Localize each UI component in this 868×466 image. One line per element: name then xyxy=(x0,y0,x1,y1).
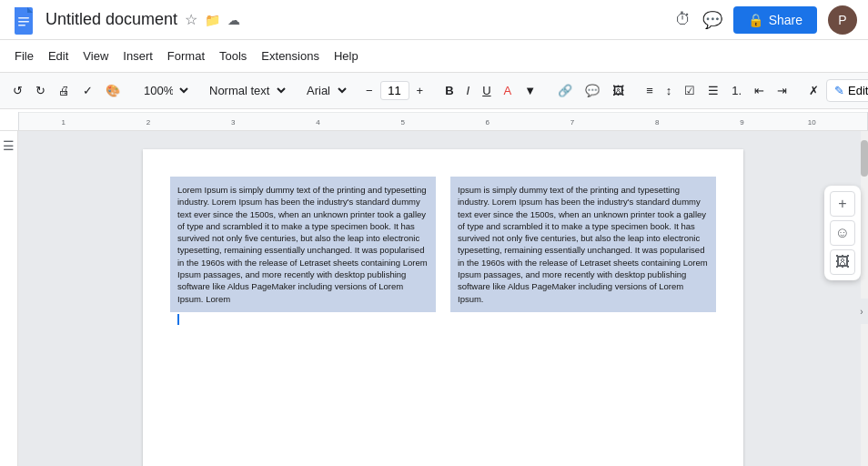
underline-button[interactable]: U xyxy=(477,80,496,101)
ruler-inner: 1 2 3 4 5 6 7 8 9 10 xyxy=(18,112,868,130)
ruler: 1 2 3 4 5 6 7 8 9 10 xyxy=(0,109,868,131)
doc-title-area: Untitled document ☆ 📁 ☁ xyxy=(45,10,675,29)
print-button[interactable]: 🖨 xyxy=(53,80,76,101)
svg-text:8: 8 xyxy=(655,118,660,127)
svg-rect-2 xyxy=(18,17,29,19)
spellcheck-button[interactable]: ✓ xyxy=(77,80,98,101)
cloud-icon[interactable]: ☁ xyxy=(227,13,240,27)
svg-rect-4 xyxy=(18,25,25,26)
font-size-input[interactable] xyxy=(380,81,409,100)
font-select[interactable]: Arial xyxy=(299,79,349,102)
indent-decrease-button[interactable]: ⇤ xyxy=(749,80,770,101)
scroll-area[interactable]: Lorem Ipsum is simply dummy text of the … xyxy=(18,131,868,466)
line-spacing-button[interactable]: ↕ xyxy=(661,80,678,101)
decrease-font-button[interactable]: − xyxy=(360,80,378,101)
pencil-icon: ✎ xyxy=(834,84,844,97)
doc-title[interactable]: Untitled document xyxy=(45,10,177,29)
right-collapse-button[interactable]: › xyxy=(855,299,868,324)
redo-button[interactable]: ↻ xyxy=(30,80,51,101)
title-bar-right: ⏱ 💬 🔒 Share P xyxy=(675,5,857,35)
menu-format[interactable]: Format xyxy=(160,46,212,66)
outline-icon[interactable]: ☰ xyxy=(3,138,15,153)
menu-extensions[interactable]: Extensions xyxy=(254,46,327,66)
menu-insert[interactable]: Insert xyxy=(116,46,160,66)
svg-text:5: 5 xyxy=(400,118,405,127)
style-select[interactable]: Normal text xyxy=(202,79,288,102)
menu-bar: File Edit View Insert Format Tools Exten… xyxy=(0,40,868,73)
svg-text:10: 10 xyxy=(808,118,816,127)
main-area: ☰ Lorem Ipsum is simply dummy text of th… xyxy=(0,131,868,466)
zoom-select[interactable]: 100% xyxy=(136,79,191,102)
emoji-float-button[interactable]: ☺ xyxy=(830,220,855,246)
comment-icon[interactable]: 💬 xyxy=(702,10,722,30)
image-button[interactable]: 🖼 xyxy=(607,80,630,101)
highlight-button[interactable]: ▼ xyxy=(519,80,541,101)
editing-label: Editing xyxy=(848,84,868,97)
indent-increase-button[interactable]: ⇥ xyxy=(772,80,792,101)
lock-icon: 🔒 xyxy=(748,13,763,27)
link-button[interactable]: 🔗 xyxy=(552,80,578,101)
numbered-list-button[interactable]: 1. xyxy=(726,80,747,101)
svg-rect-3 xyxy=(18,21,29,23)
menu-view[interactable]: View xyxy=(76,46,116,66)
title-bar: Untitled document ☆ 📁 ☁ ⏱ 💬 🔒 Share P xyxy=(0,0,868,40)
italic-button[interactable]: I xyxy=(461,80,476,101)
checklist-button[interactable]: ☑ xyxy=(679,80,701,101)
right-column[interactable]: Ipsum is simply dummy text of the printi… xyxy=(450,177,716,312)
svg-text:1: 1 xyxy=(62,118,66,127)
folder-icon[interactable]: 📁 xyxy=(205,13,220,27)
image-float-button[interactable]: 🖼 xyxy=(830,249,855,275)
comment-button[interactable]: 💬 xyxy=(580,80,605,101)
undo-button[interactable]: ↺ xyxy=(7,80,28,101)
bold-button[interactable]: B xyxy=(439,80,459,101)
text-cursor xyxy=(177,314,179,325)
toolbar: ↺ ↻ 🖨 ✓ 🎨 100% Normal text Arial − + B I… xyxy=(0,73,868,109)
svg-text:2: 2 xyxy=(146,118,151,127)
avatar[interactable]: P xyxy=(828,5,857,35)
float-buttons: + ☺ 🖼 xyxy=(824,186,861,280)
star-icon[interactable]: ☆ xyxy=(185,11,197,28)
text-color-button[interactable]: A xyxy=(499,80,518,101)
menu-help[interactable]: Help xyxy=(327,46,366,66)
clear-formatting-button[interactable]: ✗ xyxy=(803,80,824,101)
svg-text:4: 4 xyxy=(316,118,320,127)
columns-container: Lorem Ipsum is simply dummy text of the … xyxy=(170,177,716,312)
app-icon xyxy=(11,4,36,36)
increase-font-button[interactable]: + xyxy=(411,80,429,101)
editing-mode-button[interactable]: ✎ Editing ▾ xyxy=(826,79,868,102)
svg-text:3: 3 xyxy=(231,118,236,127)
add-float-button[interactable]: + xyxy=(830,191,855,217)
menu-edit[interactable]: Edit xyxy=(41,46,76,66)
scrollbar-thumb[interactable] xyxy=(861,140,868,177)
doc-page: Lorem Ipsum is simply dummy text of the … xyxy=(143,149,743,466)
menu-tools[interactable]: Tools xyxy=(212,46,254,66)
share-button[interactable]: 🔒 Share xyxy=(733,6,817,34)
bullet-list-button[interactable]: ☰ xyxy=(702,80,724,101)
svg-text:7: 7 xyxy=(570,118,575,127)
left-column[interactable]: Lorem Ipsum is simply dummy text of the … xyxy=(170,177,436,312)
left-panel: ☰ xyxy=(0,131,18,466)
svg-text:9: 9 xyxy=(740,118,744,127)
history-icon[interactable]: ⏱ xyxy=(675,10,691,29)
paint-format-button[interactable]: 🎨 xyxy=(100,80,126,101)
svg-text:6: 6 xyxy=(486,118,490,127)
menu-file[interactable]: File xyxy=(7,46,41,66)
align-button[interactable]: ≡ xyxy=(641,80,659,101)
